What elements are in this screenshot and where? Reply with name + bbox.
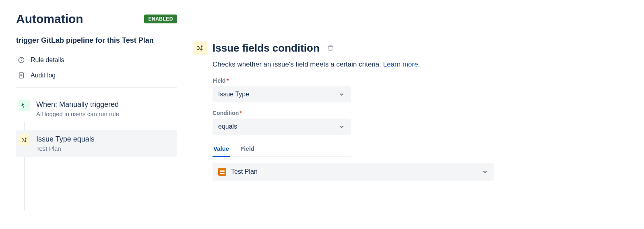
tab-value[interactable]: Value [213, 142, 230, 157]
field-select[interactable]: Issue Type [213, 86, 351, 102]
condition-select[interactable]: equals [213, 119, 351, 135]
page-title: Automation [16, 12, 83, 26]
value-field-tabs: Value Field [213, 142, 351, 157]
step-subtitle: Test Plan [36, 145, 172, 152]
rule-name: trigger GitLab pipeline for this Test Pl… [16, 35, 177, 45]
nav-label: Rule details [31, 56, 64, 64]
step-condition[interactable]: Issue Type equals Test Plan [16, 130, 177, 157]
step-title: Issue Type equals [36, 135, 172, 144]
status-badge: ENABLED [144, 15, 177, 23]
nav-rule-details[interactable]: Rule details [16, 52, 177, 68]
document-icon [18, 72, 25, 79]
detail-description: Checks whether an issue's field meets a … [213, 60, 628, 69]
field-label: Field* [213, 77, 351, 84]
step-title: When: Manually triggered [36, 100, 172, 109]
condition-label: Condition* [213, 110, 351, 116]
nav-label: Audit log [31, 72, 56, 79]
info-icon [18, 56, 25, 64]
trash-icon[interactable] [327, 44, 334, 52]
test-plan-icon [218, 168, 226, 176]
nav-audit-log[interactable]: Audit log [16, 68, 177, 83]
select-value: equals [218, 123, 237, 130]
value-text: Test Plan [231, 168, 258, 175]
detail-title: Issue fields condition [213, 42, 320, 54]
step-subtitle: All logged in users can run rule. [36, 110, 172, 117]
tab-field[interactable]: Field [239, 142, 255, 157]
select-value: Issue Type [218, 91, 249, 98]
trigger-icon [19, 100, 30, 111]
shuffle-icon [193, 41, 207, 55]
divider [16, 87, 177, 87]
learn-more-link[interactable]: Learn more. [383, 60, 420, 68]
chevron-down-icon [481, 168, 489, 175]
svg-point-2 [21, 59, 22, 59]
chevron-down-icon [338, 123, 345, 130]
value-select[interactable]: Test Plan [213, 163, 494, 181]
step-trigger[interactable]: When: Manually triggered All logged in u… [16, 96, 177, 122]
chevron-down-icon [338, 91, 345, 98]
shuffle-icon [19, 134, 30, 146]
